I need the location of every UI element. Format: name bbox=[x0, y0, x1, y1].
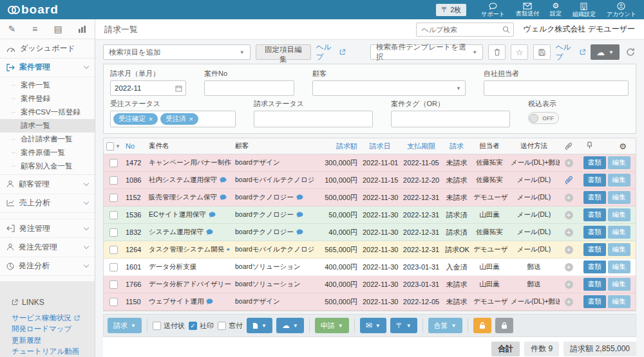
send-mail-dropdown-button[interactable]: ✉▼ bbox=[360, 318, 386, 333]
refresh-button[interactable] bbox=[625, 46, 636, 58]
edit-button[interactable]: 編集 bbox=[608, 174, 630, 187]
sidebar-subitem-invoice-list[interactable]: 請求一覧 bbox=[0, 119, 95, 133]
add-attachment-icon[interactable]: + bbox=[565, 280, 573, 289]
list-icon[interactable]: ≡ bbox=[32, 24, 37, 34]
create-document-dropdown-button[interactable]: ▼ bbox=[247, 318, 272, 333]
documents-button[interactable]: 書類 bbox=[583, 295, 606, 308]
unlock-button[interactable] bbox=[495, 318, 513, 333]
search-icon[interactable] bbox=[502, 26, 510, 33]
attachment-icon[interactable] bbox=[565, 176, 573, 185]
checkbox-checked[interactable]: ✓ bbox=[189, 322, 197, 330]
sidebar-item-dashboard[interactable]: ダッシュボード bbox=[0, 39, 95, 58]
download-button[interactable]: ☁▼ bbox=[591, 44, 620, 60]
add-attachment-icon[interactable]: + bbox=[565, 194, 573, 202]
row-checkbox[interactable] bbox=[109, 263, 118, 271]
attachment-cell[interactable] bbox=[560, 176, 578, 185]
sidebar-group-sales-analysis[interactable]: 売上分析 bbox=[0, 194, 95, 213]
delete-template-button[interactable] bbox=[488, 44, 506, 60]
edit-button[interactable]: 編集 bbox=[608, 261, 630, 273]
window-envelope-checkbox[interactable]: 窓付 bbox=[218, 321, 243, 331]
sidebar-group-order-management[interactable]: 発注管理 bbox=[0, 219, 95, 238]
attachment-cell[interactable]: + bbox=[560, 228, 578, 237]
billing-status-input[interactable] bbox=[254, 111, 373, 127]
board-logo[interactable]: board bbox=[8, 3, 59, 17]
attachment-cell[interactable]: + bbox=[560, 159, 578, 167]
sidebar-subitem-customer-payment-list[interactable]: 顧客別入金一覧 bbox=[0, 160, 95, 173]
help-link[interactable]: ヘルプ bbox=[316, 42, 346, 62]
document-list-icon[interactable]: ▤ bbox=[54, 24, 62, 34]
attachment-cell[interactable]: + bbox=[560, 298, 578, 306]
favorite-template-button[interactable]: ☆ bbox=[511, 44, 528, 60]
attachment-cell[interactable]: + bbox=[560, 263, 578, 271]
add-attachment-icon[interactable]: + bbox=[565, 298, 573, 306]
row-checkbox[interactable] bbox=[109, 298, 118, 306]
add-attachment-icon[interactable]: + bbox=[565, 159, 573, 167]
documents-button[interactable]: 書類 bbox=[583, 191, 606, 204]
bar-chart-icon[interactable] bbox=[79, 26, 86, 33]
link-changelog[interactable]: 更新履歴 bbox=[12, 335, 95, 346]
save-template-button[interactable] bbox=[533, 44, 551, 60]
row-checkbox[interactable] bbox=[109, 159, 118, 167]
attachment-cell[interactable]: + bbox=[560, 211, 578, 219]
documents-button[interactable]: 書類 bbox=[583, 156, 606, 169]
tag-remove-icon[interactable]: × bbox=[189, 115, 193, 123]
column-header-amount[interactable]: 請求額 bbox=[314, 142, 360, 151]
case-no-input[interactable] bbox=[204, 80, 294, 96]
documents-button[interactable]: 書類 bbox=[583, 208, 606, 221]
select-all-checkbox[interactable] bbox=[106, 142, 114, 151]
company-seal-checkbox[interactable]: ✓社印 bbox=[189, 321, 214, 331]
edit-button[interactable]: 編集 bbox=[608, 208, 630, 221]
merge-dropdown-button[interactable]: 合算▼ bbox=[428, 318, 462, 333]
customer-select[interactable]: ▼ bbox=[312, 80, 466, 96]
download-dropdown-button[interactable]: ☁▼ bbox=[276, 318, 304, 333]
edit-button[interactable]: 編集 bbox=[608, 295, 630, 308]
sidebar-subitem-total-invoice-list[interactable]: 合計請求書一覧 bbox=[0, 133, 95, 146]
documents-button[interactable]: 書類 bbox=[583, 261, 606, 273]
sidebar-group-customer-management[interactable]: 顧客管理 bbox=[0, 175, 95, 194]
edit-button[interactable]: 編集 bbox=[608, 191, 630, 204]
nav-send-documents[interactable]: 書類送付 bbox=[516, 3, 539, 17]
checkbox[interactable] bbox=[218, 322, 226, 330]
documents-button[interactable]: 書類 bbox=[583, 174, 606, 187]
row-checkbox[interactable] bbox=[109, 246, 118, 254]
documents-button[interactable]: 書類 bbox=[583, 278, 606, 291]
cover-letter-checkbox[interactable]: 送付状 bbox=[153, 321, 185, 331]
sidebar-subitem-case-csv-bulk[interactable]: 案件CSV一括登録 bbox=[0, 105, 95, 119]
pin-icon[interactable] bbox=[587, 142, 592, 149]
lock-button[interactable] bbox=[473, 318, 491, 333]
sidebar-subitem-case-register[interactable]: 案件登録 bbox=[0, 92, 95, 105]
documents-button[interactable]: 書類 bbox=[583, 226, 606, 239]
attachment-cell[interactable]: + bbox=[560, 194, 578, 202]
column-header-no[interactable]: No bbox=[123, 142, 146, 150]
row-checkbox[interactable] bbox=[109, 176, 118, 185]
edit-button[interactable]: 編集 bbox=[608, 243, 630, 256]
help-link-2[interactable]: ヘルプ bbox=[556, 42, 585, 62]
edit-button[interactable]: 編集 bbox=[608, 226, 630, 239]
edit-fixed-fields-button[interactable]: 固定項目編集 bbox=[256, 44, 311, 60]
row-checkbox[interactable] bbox=[109, 228, 118, 237]
row-checkbox[interactable] bbox=[109, 194, 118, 202]
order-status-input[interactable]: 受注確定× 受注済× bbox=[110, 111, 236, 127]
nav-settings[interactable]: ⚙ 設定 bbox=[550, 3, 562, 17]
status-tag[interactable]: 受注済× bbox=[160, 113, 198, 125]
sidebar-subitem-case-cost-list[interactable]: 案件原価一覧 bbox=[0, 146, 95, 160]
sidebar-subitem-case-list[interactable]: 案件一覧 bbox=[0, 78, 95, 92]
postal-count-badge[interactable]: 〒 2枚 bbox=[436, 4, 466, 16]
sidebar-group-case-management[interactable]: 案件管理 bbox=[0, 59, 95, 77]
row-checkbox[interactable] bbox=[109, 211, 118, 219]
search-template-select[interactable]: 検索条件テンプレートを選択▼ bbox=[370, 44, 483, 60]
add-attachment-icon[interactable]: + bbox=[565, 263, 573, 271]
postal-dropdown-button[interactable]: 〒▼ bbox=[390, 318, 417, 333]
tax-display-toggle[interactable]: OFF bbox=[528, 112, 559, 124]
link-service-status[interactable]: サービス稼働状況 bbox=[12, 313, 95, 324]
checkbox[interactable] bbox=[153, 322, 161, 330]
edit-button[interactable]: 編集 bbox=[608, 278, 630, 291]
documents-button[interactable]: 書類 bbox=[583, 243, 606, 256]
account-name[interactable]: ヴェルク株式会社 デモユーザー bbox=[523, 24, 635, 35]
column-settings-gear-icon[interactable]: ⚙ bbox=[619, 142, 627, 151]
nav-org-settings[interactable]: 組織設定 bbox=[573, 3, 596, 17]
add-attachment-icon[interactable]: + bbox=[565, 228, 573, 237]
help-search-input[interactable] bbox=[416, 23, 514, 37]
owner-input[interactable] bbox=[484, 80, 629, 96]
add-attachment-icon[interactable]: + bbox=[565, 246, 573, 254]
